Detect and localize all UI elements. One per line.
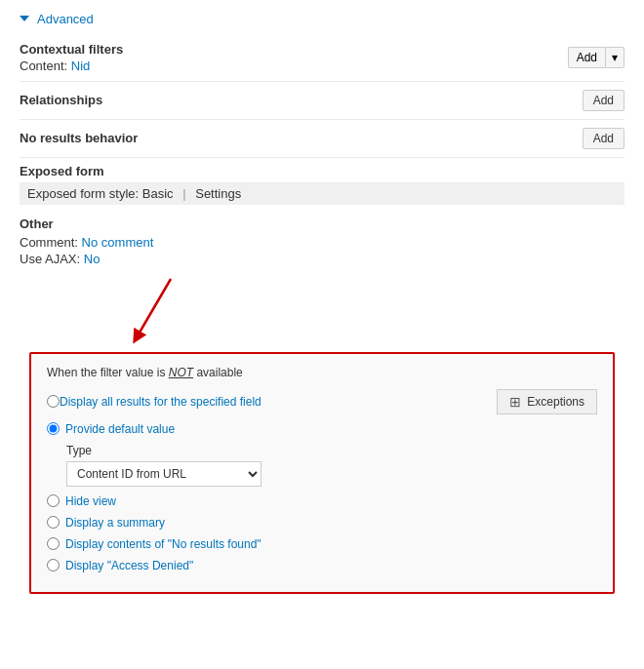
other-section: Other Comment: No comment Use AJAX: No — [20, 211, 624, 274]
radio1-label[interactable]: Display all results for the specified fi… — [60, 395, 262, 409]
radio1-row: Display all results for the specified fi… — [47, 389, 597, 414]
exposed-form-row: Exposed form style: Basic | Settings — [20, 182, 624, 205]
arrow-down-icon — [20, 16, 29, 21]
radio4-label[interactable]: Display a summary — [65, 516, 165, 530]
settings-link[interactable]: Settings — [195, 186, 241, 201]
radio6-input[interactable] — [47, 559, 60, 571]
red-arrow-icon — [117, 274, 195, 352]
type-select[interactable]: Content ID from URL Fixed value PHP Code… — [66, 461, 262, 487]
no-results-label: No results behavior — [20, 131, 583, 145]
svg-line-1 — [137, 279, 171, 337]
relationships-left: Relationships — [20, 93, 583, 107]
ajax-row: Use AJAX: No — [20, 252, 624, 266]
add-no-results-btn[interactable]: Add — [583, 128, 624, 149]
radio5-label[interactable]: Display contents of "No results found" — [65, 537, 262, 551]
add-relationships-btn[interactable]: Add — [583, 90, 624, 111]
exceptions-btn-label: Exceptions — [527, 395, 584, 409]
radio3-label[interactable]: Hide view — [65, 494, 116, 508]
comment-prefix: Comment: — [20, 235, 78, 250]
contextual-filters-left: Contextual filters Content: Nid — [20, 42, 568, 73]
radio5-row: Display contents of "No results found" — [47, 537, 597, 551]
comment-row: Comment: No comment — [20, 235, 624, 250]
arrow-container — [98, 274, 624, 352]
radio4-row: Display a summary — [47, 516, 597, 530]
no-results-row: No results behavior Add — [20, 120, 624, 158]
radio2-input[interactable] — [47, 422, 60, 435]
comment-link[interactable]: No comment — [82, 235, 154, 250]
type-label: Type — [66, 444, 597, 457]
popup-title-italic: NOT — [169, 366, 193, 379]
other-title: Other — [20, 216, 624, 231]
advanced-toggle[interactable]: Advanced — [20, 12, 94, 26]
contextual-filters-row: Contextual filters Content: Nid Add ▾ — [20, 34, 624, 82]
radio1-left: Display all results for the specified fi… — [47, 395, 262, 409]
radio3-row: Hide view — [47, 494, 597, 508]
add-contextual-arrow-btn[interactable]: ▾ — [605, 47, 624, 68]
exposed-form-prefix: Exposed form style: — [27, 186, 139, 201]
popup-box: When the filter value is NOT available D… — [29, 352, 615, 594]
exposed-form-section: Exposed form Exposed form style: Basic |… — [20, 158, 624, 211]
add-contextual-btn-group: Add ▾ — [568, 47, 624, 68]
content-text: Content: — [20, 59, 71, 73]
nid-link[interactable]: Nid — [71, 59, 91, 73]
radio1-input[interactable] — [47, 395, 60, 408]
exposed-form-title: Exposed form — [20, 164, 624, 178]
contextual-filters-label: Contextual filters — [20, 42, 568, 57]
radio2-label[interactable]: Provide default value — [65, 422, 175, 436]
radio2-row: Provide default value — [47, 422, 597, 436]
plus-icon: ⊞ — [509, 394, 521, 410]
radio3-input[interactable] — [47, 494, 60, 507]
contextual-filters-sublabel: Content: Nid — [20, 59, 568, 73]
add-contextual-main-btn[interactable]: Add — [568, 47, 605, 68]
popup-title-before: When the filter value is — [47, 366, 169, 379]
relationships-row: Relationships Add — [20, 82, 624, 120]
radio5-input[interactable] — [47, 537, 60, 550]
popup-title-after: available — [193, 366, 243, 379]
type-section: Type Content ID from URL Fixed value PHP… — [66, 444, 597, 487]
advanced-label: Advanced — [37, 12, 94, 26]
radio6-row: Display "Access Denied" — [47, 559, 597, 572]
radio6-label[interactable]: Display "Access Denied" — [65, 559, 193, 572]
popup-title: When the filter value is NOT available — [47, 366, 597, 379]
ajax-link[interactable]: No — [84, 252, 101, 266]
basic-link[interactable]: Basic — [142, 186, 174, 201]
exceptions-btn[interactable]: ⊞ Exceptions — [497, 389, 597, 414]
radio4-input[interactable] — [47, 516, 60, 529]
pipe-divider: | — [182, 186, 185, 201]
no-results-left: No results behavior — [20, 131, 583, 145]
relationships-label: Relationships — [20, 93, 583, 107]
ajax-prefix: Use AJAX: — [20, 252, 80, 266]
